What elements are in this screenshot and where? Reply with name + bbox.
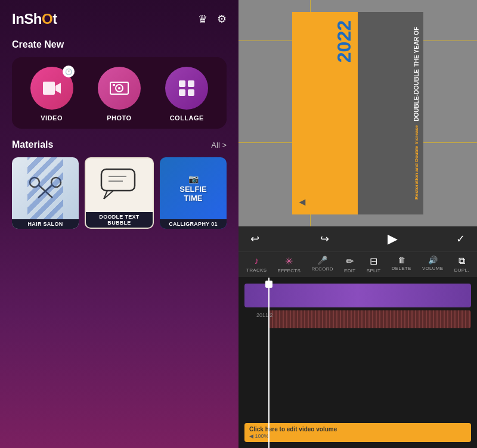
- material-cards-container: HAIR SALON DOODLE TEXT BUBBLE: [12, 157, 227, 229]
- svg-point-4: [118, 87, 120, 89]
- app-logo: InShOt: [12, 11, 57, 27]
- create-card-photo[interactable]: PHOTO: [98, 67, 141, 122]
- video-label: VIDEO: [41, 114, 63, 122]
- timeline-timestamp: 2011.2: [256, 312, 273, 318]
- create-card-video[interactable]: 🕐 VIDEO: [30, 67, 73, 122]
- doodle-bubble-icon: [95, 164, 143, 206]
- hair-salon-content: HAIR SALON: [12, 157, 79, 229]
- materials-section: Materials All >: [0, 133, 238, 448]
- header-icons: ♛ ⚙: [198, 13, 227, 26]
- play-button[interactable]: ▶: [388, 231, 398, 247]
- svg-rect-5: [113, 84, 115, 86]
- duple-icon: ⧉: [459, 256, 465, 266]
- video-yellow-strip: 2022 ◄: [292, 12, 358, 214]
- click-banner-sub: ◀ 100%: [249, 433, 466, 439]
- effects-icon: ✳: [285, 256, 293, 267]
- stripe-overlay: [27, 157, 63, 219]
- duple-label: DUPL.: [454, 267, 469, 273]
- selfie-time-text: SELFIE TIME: [179, 185, 207, 203]
- material-card-doodle[interactable]: DOODLE TEXT BUBBLE: [85, 157, 154, 229]
- record-icon: 🎤: [317, 256, 327, 265]
- doodle-label: DOODLE TEXT BUBBLE: [86, 212, 153, 228]
- materials-header: Materials All >: [12, 139, 227, 150]
- timeline-cursor: [268, 278, 270, 448]
- camera-emoji: 📷: [188, 174, 199, 183]
- doodle-visual: [86, 158, 153, 212]
- collage-icon: [178, 80, 195, 97]
- svg-rect-8: [179, 89, 185, 96]
- edit-icon: ✏: [346, 256, 354, 267]
- left-panel: InShOt ♛ ⚙ Create New 🕐 VIDEO: [0, 0, 238, 448]
- create-cards-container: 🕐 VIDEO PHOTO: [12, 57, 227, 129]
- app-header: InShOt ♛ ⚙: [0, 0, 238, 33]
- volume-icon: 🔊: [428, 256, 438, 265]
- svg-marker-15: [104, 191, 113, 199]
- preview-toolbar: ↩ ↪ ▶ ✓: [238, 226, 477, 252]
- edit-label: EDIT: [344, 268, 355, 273]
- collage-label: COLLAGE: [170, 114, 204, 122]
- calligraphy-visual: 📷 SELFIE TIME: [160, 157, 227, 219]
- redo-button[interactable]: ↪: [318, 230, 332, 248]
- svg-rect-14: [101, 169, 135, 191]
- volume-label: VOLUME: [422, 266, 444, 271]
- calligraphy-label: CALLIGRAPHY 01: [160, 219, 227, 229]
- video-content-card: 2022 ◄ THE YEAR OF DOUBLE-DOUBLE Restora…: [292, 12, 423, 214]
- tool-edit[interactable]: ✏ EDIT: [344, 256, 355, 273]
- year-text: 2022: [297, 20, 353, 63]
- video-subtitle: Restoration and Double Increase: [361, 125, 420, 200]
- edit-tools-bar: ♪ TRACKS ✳ EFFECTS 🎤 RECORD ✏ EDIT ⊟ SPL…: [238, 252, 477, 278]
- photo-label: PHOTO: [107, 114, 131, 122]
- undo-button[interactable]: ↩: [248, 230, 262, 248]
- photo-icon: [110, 80, 129, 97]
- materials-title: Materials: [12, 139, 53, 150]
- create-card-collage[interactable]: COLLAGE: [165, 67, 208, 122]
- video-title-line2: DOUBLE-DOUBLE: [361, 69, 420, 122]
- delete-label: DELETE: [392, 266, 411, 271]
- tool-duple[interactable]: ⧉ DUPL.: [454, 256, 469, 273]
- material-card-calligraphy[interactable]: 📷 SELFIE TIME CALLIGRAPHY 01: [160, 157, 227, 229]
- click-banner-text: Click here to edit video volume: [249, 426, 466, 433]
- delete-icon: 🗑: [398, 256, 405, 265]
- tool-tracks[interactable]: ♪ TRACKS: [246, 256, 267, 273]
- effects-label: EFFECTS: [278, 268, 301, 273]
- hair-salon-visual: [27, 157, 63, 219]
- video-title-line1: THE YEAR OF: [361, 27, 420, 67]
- tool-record[interactable]: 🎤 RECORD: [311, 256, 333, 273]
- crown-icon[interactable]: ♛: [198, 13, 207, 26]
- timeline: 2011.2 Click here to edit video volume ◀…: [238, 278, 477, 448]
- timeline-cursor-head: [265, 281, 272, 288]
- timeline-video-track[interactable]: [244, 284, 471, 307]
- svg-marker-1: [55, 83, 61, 94]
- video-badge: 🕐: [63, 66, 75, 77]
- video-icon: [42, 80, 61, 97]
- tracks-icon: ♪: [254, 256, 259, 266]
- hair-salon-label: HAIR SALON: [12, 219, 79, 229]
- material-card-hair-salon[interactable]: HAIR SALON: [12, 157, 79, 229]
- arrow-down: ◄: [297, 197, 353, 207]
- click-to-edit-banner[interactable]: Click here to edit video volume ◀ 100%: [244, 423, 471, 442]
- svg-rect-9: [188, 89, 194, 96]
- tool-effects[interactable]: ✳ EFFECTS: [278, 256, 301, 273]
- record-label: RECORD: [311, 266, 333, 272]
- materials-all-link[interactable]: All >: [211, 141, 227, 150]
- svg-rect-6: [179, 80, 185, 87]
- photo-circle: [98, 67, 141, 110]
- create-new-title: Create New: [12, 39, 227, 50]
- tool-delete[interactable]: 🗑 DELETE: [392, 256, 411, 273]
- video-circle: 🕐: [30, 67, 73, 110]
- tracks-label: TRACKS: [246, 267, 267, 273]
- collage-circle: [165, 67, 208, 110]
- video-gray-strip: THE YEAR OF DOUBLE-DOUBLE Restoration an…: [358, 12, 423, 214]
- create-new-section: Create New 🕐 VIDEO: [0, 33, 238, 133]
- svg-rect-0: [43, 82, 55, 95]
- tool-volume[interactable]: 🔊 VOLUME: [422, 256, 444, 273]
- right-panel: 2022 ◄ THE YEAR OF DOUBLE-DOUBLE Restora…: [238, 0, 477, 448]
- tool-split[interactable]: ⊟ SPLIT: [367, 256, 381, 273]
- settings-icon[interactable]: ⚙: [217, 13, 227, 26]
- split-label: SPLIT: [367, 268, 381, 273]
- timeline-audio-track[interactable]: [268, 310, 471, 328]
- split-icon: ⊟: [370, 256, 377, 267]
- svg-rect-7: [188, 80, 194, 87]
- check-button[interactable]: ✓: [454, 230, 467, 248]
- video-preview: 2022 ◄ THE YEAR OF DOUBLE-DOUBLE Restora…: [238, 0, 477, 226]
